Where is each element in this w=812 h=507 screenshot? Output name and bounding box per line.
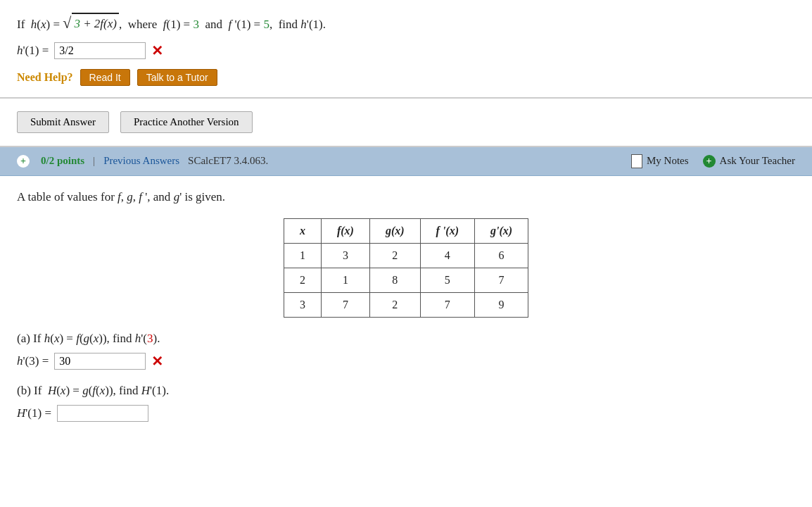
part-a-answer-line: h'(3) = ✕ bbox=[17, 353, 795, 370]
cell-fp2: 5 bbox=[420, 268, 474, 292]
values-table: x f(x) g(x) f '(x) g'(x) 1 3 2 4 6 2 1 bbox=[284, 218, 528, 318]
cell-f3: 7 bbox=[321, 292, 369, 317]
cell-x1: 1 bbox=[284, 243, 321, 268]
cell-fp1: 4 bbox=[420, 243, 474, 268]
header-left: + 0/2 points | Previous Answers SCalcET7… bbox=[17, 155, 268, 168]
button-row: Submit Answer Practice Another Version bbox=[0, 99, 812, 147]
cell-f2: 1 bbox=[321, 268, 369, 292]
problem-statement-top: If h(x) = √ 3 + 2f(x) , where f(1) = 3 a… bbox=[17, 13, 795, 34]
problem2-statement: A table of values for f, g, f ', and g' … bbox=[17, 190, 795, 204]
note-icon bbox=[631, 154, 642, 168]
problem-id: SCalcET7 3.4.063. bbox=[188, 155, 268, 167]
cell-g2: 8 bbox=[369, 268, 420, 292]
need-help-label: Need Help? bbox=[17, 71, 73, 84]
cell-gp3: 9 bbox=[474, 292, 528, 317]
points-text: 0/2 points bbox=[41, 155, 84, 167]
answer-input-top[interactable] bbox=[54, 42, 146, 59]
cell-g3: 2 bbox=[369, 292, 420, 317]
part-b-answer-label: H'(1) = bbox=[17, 406, 51, 420]
cell-fp3: 7 bbox=[420, 292, 474, 317]
table-row: 1 3 2 4 6 bbox=[284, 243, 528, 268]
incorrect-mark-top: ✕ bbox=[151, 42, 163, 59]
ask-teacher-button[interactable]: + Ask Your Teacher bbox=[703, 155, 795, 168]
col-header-x: x bbox=[284, 218, 321, 243]
part-b-question: (b) If H(x) = g(f(x)), find H'(1). bbox=[17, 384, 795, 398]
talk-to-tutor-button[interactable]: Talk to a Tutor bbox=[137, 69, 217, 86]
table-row: 2 1 8 5 7 bbox=[284, 268, 528, 292]
col-header-gpx: g'(x) bbox=[474, 218, 528, 243]
col-header-gx: g(x) bbox=[369, 218, 420, 243]
part-b-answer-line: H'(1) = bbox=[17, 405, 795, 422]
cell-gp2: 7 bbox=[474, 268, 528, 292]
my-notes-button[interactable]: My Notes bbox=[631, 154, 689, 168]
col-header-fx: f(x) bbox=[321, 218, 369, 243]
cell-gp1: 6 bbox=[474, 243, 528, 268]
table-row: 3 7 2 7 9 bbox=[284, 292, 528, 317]
part-a-answer-label: h'(3) = bbox=[17, 354, 49, 368]
plus-circle-icon: + bbox=[703, 155, 716, 168]
part-a-answer-input[interactable] bbox=[54, 353, 146, 370]
practice-another-version-button[interactable]: Practice Another Version bbox=[120, 111, 253, 133]
top-section: If h(x) = √ 3 + 2f(x) , where f(1) = 3 a… bbox=[0, 0, 812, 99]
submit-answer-button[interactable]: Submit Answer bbox=[17, 111, 109, 133]
part-b-answer-input[interactable] bbox=[57, 405, 148, 422]
cell-f1: 3 bbox=[321, 243, 369, 268]
read-it-button[interactable]: Read It bbox=[80, 69, 130, 86]
previous-answers-link[interactable]: Previous Answers bbox=[103, 155, 179, 167]
section-header: + 0/2 points | Previous Answers SCalcET7… bbox=[0, 147, 812, 176]
my-notes-label: My Notes bbox=[647, 155, 689, 167]
need-help-line: Need Help? Read It Talk to a Tutor bbox=[17, 69, 795, 86]
separator: | bbox=[93, 155, 95, 167]
answer-line-top: h'(1) = ✕ bbox=[17, 42, 795, 59]
points-plus-icon: + bbox=[17, 155, 30, 168]
part-a-question: (a) If h(x) = f(g(x)), find h'(3). bbox=[17, 332, 795, 346]
part-a-section: (a) If h(x) = f(g(x)), find h'(3). h'(3)… bbox=[17, 332, 795, 370]
ask-teacher-label: Ask Your Teacher bbox=[720, 155, 795, 167]
cell-g1: 2 bbox=[369, 243, 420, 268]
cell-x3: 3 bbox=[284, 292, 321, 317]
data-table-wrapper: x f(x) g(x) f '(x) g'(x) 1 3 2 4 6 2 1 bbox=[284, 218, 528, 318]
header-right: My Notes + Ask Your Teacher bbox=[631, 154, 795, 168]
answer-label-top: h'(1) = bbox=[17, 44, 49, 58]
part-b-section: (b) If H(x) = g(f(x)), find H'(1). H'(1)… bbox=[17, 384, 795, 422]
main-content: A table of values for f, g, f ', and g' … bbox=[0, 176, 812, 450]
cell-x2: 2 bbox=[284, 268, 321, 292]
part-a-incorrect-mark: ✕ bbox=[151, 353, 163, 370]
col-header-fpx: f '(x) bbox=[420, 218, 474, 243]
